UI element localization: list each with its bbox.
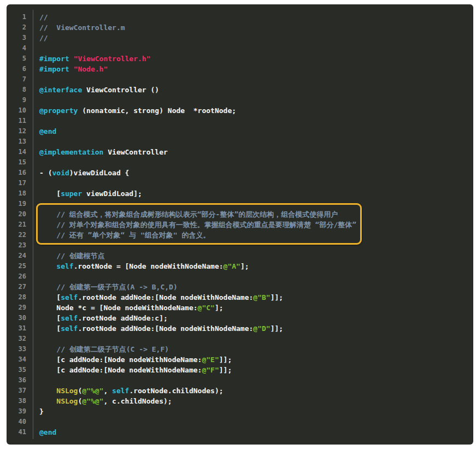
code-editor[interactable]: 1//2// ViewController.m3//45#import "Vie… (7, 4, 473, 445)
line-number: 37 (7, 386, 31, 396)
code-text: [self.rootNode addNode:[Node nodeWithNod… (31, 292, 473, 303)
code-text: #import "ViewController.h" (31, 54, 473, 64)
line-number: 3 (7, 33, 31, 43)
code-line: 32 (7, 334, 473, 344)
code-line: 15 (7, 157, 473, 168)
line-number: 10 (7, 105, 31, 116)
code-text: // 创建第一级子节点(A -> B,C,D) (31, 282, 473, 292)
code-line: 17 (7, 178, 473, 188)
line-number: 18 (7, 188, 31, 199)
line-number: 21 (7, 220, 31, 230)
code-text: @end (31, 427, 473, 437)
code-line: 29 Node *c = [Node nodeWithNodeName:@"C"… (7, 303, 473, 313)
code-line: 26 (7, 271, 473, 282)
code-line: 28 [self.rootNode addNode:[Node nodeWith… (7, 292, 473, 303)
code-text (31, 334, 473, 344)
line-number: 38 (7, 396, 31, 406)
code-text: [self.rootNode addNode:c]; (31, 313, 473, 323)
code-line: 27 // 创建第一级子节点(A -> B,C,D) (7, 282, 473, 292)
code-line: 19 (7, 199, 473, 209)
line-number: 25 (7, 261, 31, 271)
code-text: self.rootNode = [Node nodeWithNodeName:@… (31, 261, 473, 271)
line-number: 39 (7, 406, 31, 417)
code-text (31, 137, 473, 147)
code-line: 20 // 组合模式，将对象组合成树形结构以表示“部分-整体”的层次结构，组合模… (7, 209, 473, 220)
line-number: 12 (7, 126, 31, 137)
code-text: Node *c = [Node nodeWithNodeName:@"C"]; (31, 303, 473, 313)
line-number: 4 (7, 43, 31, 54)
line-number: 6 (7, 64, 31, 74)
code-text (31, 240, 473, 251)
code-line: 12@end (7, 126, 473, 137)
line-number: 28 (7, 292, 31, 303)
code-text: // ViewController.m (31, 22, 473, 33)
code-text: @interface ViewController () (31, 85, 473, 95)
code-text: @end (31, 126, 473, 137)
code-line: 40 (7, 417, 473, 427)
code-line: 18 [super viewDidLoad]; (7, 188, 473, 199)
line-number: 9 (7, 95, 31, 105)
code-text (31, 157, 473, 168)
code-line: 33 // 创建第二级子节点(C -> E,F) (7, 344, 473, 354)
code-text: [self.rootNode addNode:[Node nodeWithNod… (31, 323, 473, 334)
line-number: 31 (7, 323, 31, 334)
code-text: @property (nonatomic, strong) Node *root… (31, 105, 473, 116)
line-number: 20 (7, 209, 31, 220)
code-line: 10@property (nonatomic, strong) Node *ro… (7, 105, 473, 116)
code-line: 8@interface ViewController () (7, 85, 473, 95)
code-line: 2// ViewController.m (7, 22, 473, 33)
code-text: // 创建根节点 (31, 251, 473, 261)
line-number: 41 (7, 427, 31, 437)
code-text (31, 375, 473, 386)
code-line: 14@implementation ViewController (7, 147, 473, 157)
line-number: 22 (7, 230, 31, 240)
code-text: @implementation ViewController (31, 147, 473, 157)
code-line: 34 [c addNode:[Node nodeWithNodeName:@"E… (7, 354, 473, 365)
code-line: 41@end (7, 427, 473, 437)
code-line: 1// (7, 12, 473, 22)
line-number: 14 (7, 147, 31, 157)
page: 1//2// ViewController.m3//45#import "Vie… (0, 0, 476, 450)
code-line: 39} (7, 406, 473, 417)
code-line: 22 // 还有 ”单个对象“ 与 "组合对象" 的含义。 (7, 230, 473, 240)
code-line: 13 (7, 137, 473, 147)
line-number: 5 (7, 54, 31, 64)
code-line: 5#import "ViewController.h" (7, 54, 473, 64)
code-line: 38 NSLog(@"%@", c.childNodes); (7, 396, 473, 406)
code-text: } (31, 406, 473, 417)
code-line: 36 (7, 375, 473, 386)
code-text: NSLog(@"%@", self.rootNode.childNodes); (31, 386, 473, 396)
code-text: - (void)viewDidLoad { (31, 168, 473, 178)
code-text: // 还有 ”单个对象“ 与 "组合对象" 的含义。 (31, 230, 473, 240)
code-line: 31 [self.rootNode addNode:[Node nodeWith… (7, 323, 473, 334)
line-number: 19 (7, 199, 31, 209)
line-number: 8 (7, 85, 31, 95)
line-number: 7 (7, 74, 31, 85)
code-line: 37 NSLog(@"%@", self.rootNode.childNodes… (7, 386, 473, 396)
code-text: // (31, 12, 473, 22)
code-text: // (31, 33, 473, 43)
code-line: 30 [self.rootNode addNode:c]; (7, 313, 473, 323)
code-text: #import "Node.h" (31, 64, 473, 74)
line-number: 11 (7, 116, 31, 126)
line-number: 36 (7, 375, 31, 386)
line-number: 17 (7, 178, 31, 188)
code-line: 16- (void)viewDidLoad { (7, 168, 473, 178)
line-number: 15 (7, 157, 31, 168)
line-number: 29 (7, 303, 31, 313)
code-text (31, 43, 473, 54)
code-text: // 对单个对象和组合对象的使用具有一致性。掌握组合模式的重点是要理解清楚 “部… (31, 220, 473, 230)
code-line: 4 (7, 43, 473, 54)
line-number: 23 (7, 240, 31, 251)
line-number: 13 (7, 137, 31, 147)
code-text: [super viewDidLoad]; (31, 188, 473, 199)
line-number: 32 (7, 334, 31, 344)
line-number: 2 (7, 22, 31, 33)
code-line: 24 // 创建根节点 (7, 251, 473, 261)
line-number: 16 (7, 168, 31, 178)
code-line: 21 // 对单个对象和组合对象的使用具有一致性。掌握组合模式的重点是要理解清楚… (7, 220, 473, 230)
code-lines: 1//2// ViewController.m3//45#import "Vie… (7, 12, 473, 437)
line-number: 24 (7, 251, 31, 261)
code-text (31, 417, 473, 427)
line-number: 40 (7, 417, 31, 427)
